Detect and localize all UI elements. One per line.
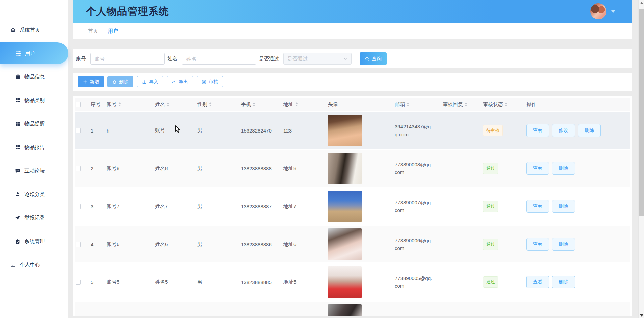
delete-button[interactable]: 删除 (552, 162, 575, 175)
sort-icon[interactable] (167, 102, 169, 106)
cell-email: 773890008@qq.com (395, 161, 443, 176)
sidebar-item-label: 物品信息 (24, 74, 45, 80)
search-button[interactable]: 查询 (360, 52, 387, 65)
import-button[interactable]: 导入 (137, 76, 163, 87)
cell-actions: 查看删除 (526, 238, 630, 251)
cell-name: 姓名5 (155, 279, 197, 285)
account-input[interactable] (90, 53, 165, 65)
cell-gender: 男 (197, 127, 241, 134)
pass-select[interactable]: 是否通过 (283, 53, 352, 65)
sort-icon[interactable] (407, 102, 409, 106)
sidebar-menu: 系统首页用户物品信息物品类别物品提醒物品报告互动论坛论坛分类举报记录系统管理个人… (0, 18, 68, 276)
sort-icon[interactable] (295, 102, 298, 106)
cell-gender: 男 (197, 203, 241, 210)
col-header-email[interactable]: 邮箱 (395, 101, 443, 108)
cell-actions: 查看删除 (526, 276, 630, 288)
user-avatar[interactable] (590, 3, 606, 19)
col-header-review-reply[interactable]: 审核回复 (443, 101, 483, 108)
cell-index: 2 (91, 166, 107, 171)
row-checkbox[interactable] (76, 166, 81, 171)
sidebar-item-home[interactable]: 系统首页 (0, 18, 68, 42)
name-label: 姓名 (167, 56, 177, 62)
row-checkbox[interactable] (76, 242, 81, 247)
cell-gender: 男 (197, 241, 241, 248)
review-button[interactable]: 审核 (197, 76, 223, 87)
column-label: 邮箱 (395, 101, 405, 108)
cell-avatar (328, 191, 395, 222)
briefcase-icon (15, 74, 21, 80)
col-header-phone[interactable]: 手机 (241, 101, 283, 108)
col-header-review-status[interactable]: 审核状态 (483, 101, 526, 108)
sidebar-item-users[interactable]: 用户 (0, 42, 68, 64)
col-header-name[interactable]: 姓名 (155, 101, 197, 108)
user-table: 序号账号姓名性别手机地址头像邮箱审核回复审核状态操作 1h账号男15328282… (73, 96, 632, 316)
batch-delete-button[interactable]: 删除 (107, 76, 133, 87)
delete-button[interactable]: 删除 (552, 238, 575, 251)
grid-icon (15, 144, 21, 150)
view-button[interactable]: 查看 (526, 238, 549, 251)
sidebar-item-label: 举报记录 (24, 215, 45, 221)
view-button[interactable]: 查看 (526, 124, 549, 137)
tab-users[interactable]: 用户 (108, 28, 118, 34)
chat-icon (15, 168, 21, 174)
avatar-image (328, 191, 362, 222)
view-button[interactable]: 查看 (526, 200, 549, 213)
scroll-down-icon[interactable] (640, 314, 643, 317)
sort-icon[interactable] (209, 102, 212, 106)
chevron-down-icon[interactable] (611, 10, 616, 13)
email-text: 773890005@qq.com (395, 274, 434, 290)
main-area: 个人物品管理系统 首页用户 账号 姓名 是否通过 是否通过 (68, 0, 644, 318)
select-all-checkbox[interactable] (76, 102, 81, 107)
sidebar-item-forum[interactable]: 互动论坛 (0, 159, 68, 182)
cell-phone: 13823888885 (241, 279, 283, 285)
sidebar-item-personal-center[interactable]: 个人中心 (0, 253, 68, 276)
sidebar-item-item-category[interactable]: 物品类别 (0, 89, 68, 112)
tab-home[interactable]: 首页 (88, 28, 98, 34)
sort-icon[interactable] (465, 102, 467, 106)
cell-actions: 查看删除 (526, 200, 630, 213)
name-input[interactable] (182, 53, 256, 65)
sidebar-item-forum-category[interactable]: 论坛分类 (0, 182, 68, 206)
col-header-address[interactable]: 地址 (283, 101, 328, 108)
sidebar-item-item-report[interactable]: 物品报告 (0, 136, 68, 159)
cell-checkbox (75, 166, 91, 171)
add-button[interactable]: 新增 (78, 76, 104, 87)
delete-button[interactable]: 删除 (578, 124, 601, 137)
sort-icon[interactable] (253, 102, 255, 106)
row-checkbox[interactable] (76, 128, 81, 133)
sort-icon[interactable] (118, 102, 121, 106)
delete-button[interactable]: 删除 (552, 276, 575, 288)
sidebar-item-report-records[interactable]: 举报记录 (0, 206, 68, 229)
export-button-label: 导出 (179, 79, 188, 85)
col-header-account[interactable]: 账号 (107, 101, 155, 108)
sidebar-item-item-reminder[interactable]: 物品提醒 (0, 112, 68, 136)
col-header-avatar: 头像 (328, 101, 395, 108)
row-checkbox[interactable] (76, 204, 81, 209)
sidebar-item-label: 系统首页 (20, 27, 40, 33)
col-header-gender[interactable]: 性别 (197, 101, 241, 108)
cell-gender: 男 (197, 279, 241, 285)
view-button[interactable]: 查看 (526, 162, 549, 175)
row-checkbox[interactable] (76, 280, 81, 285)
scroll-up-icon[interactable] (640, 2, 643, 4)
edit-button[interactable]: 修改 (552, 124, 575, 137)
trash-icon (112, 80, 117, 84)
cell-phone: 13823888888 (241, 166, 283, 171)
sidebar-item-system-admin[interactable]: 系统管理 (0, 229, 68, 253)
scrollbar[interactable] (638, 0, 644, 318)
delete-button[interactable]: 删除 (552, 200, 575, 213)
cell-index: 5 (91, 279, 107, 285)
sidebar-item-item-info[interactable]: 物品信息 (0, 65, 68, 89)
column-label: 性别 (197, 101, 207, 108)
scrollbar-thumb[interactable] (639, 9, 644, 216)
view-button[interactable]: 查看 (526, 276, 549, 288)
email-text: 773890007@qq.com (395, 199, 434, 214)
grid-icon (15, 97, 21, 103)
cell-avatar (328, 266, 395, 298)
export-icon (172, 80, 176, 84)
avatar-image (328, 153, 362, 184)
cell-phone: 15328282470 (241, 128, 283, 134)
export-button[interactable]: 导出 (167, 76, 193, 87)
sort-icon[interactable] (505, 102, 507, 106)
column-label: 审核回复 (443, 101, 463, 108)
